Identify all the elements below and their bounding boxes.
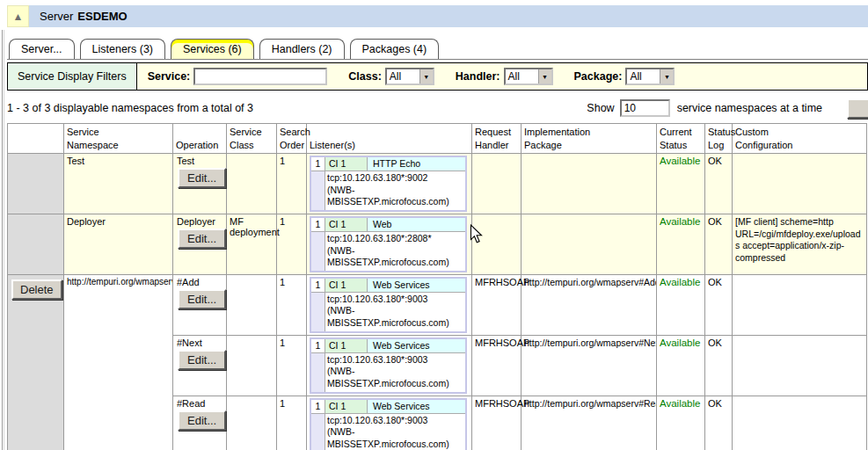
tab-bar: Server... Listeners (3) Services (6) Han…	[7, 35, 868, 60]
service-filter-input[interactable]	[193, 68, 327, 85]
paging-button[interactable]	[847, 98, 868, 119]
implementation-package-cell: http://tempuri.org/wmapserv#Add	[522, 274, 657, 335]
listener-endpoint-address: tcp:10.120.63.180*:9003	[327, 354, 463, 367]
listener-conversation: CI 1	[325, 339, 368, 353]
listeners-cell: 1 CI 1 Web Services tcp:10.120.63.180*:9…	[307, 396, 472, 450]
edit-button[interactable]: Edit...	[178, 410, 226, 431]
handler-filter-label: Handler:	[456, 70, 500, 83]
class-filter-value: All	[387, 69, 419, 83]
service-namespace-cell: Test	[64, 154, 173, 214]
package-filter-select[interactable]: All ▼	[625, 68, 675, 85]
handler-filter-select[interactable]: All ▼	[504, 68, 553, 85]
service-class-cell	[227, 335, 277, 396]
pagination-line: 1 - 3 of 3 displayable namespaces from a…	[7, 98, 868, 119]
service-class-cell	[227, 154, 277, 214]
operation-cell: Test Edit...	[173, 154, 227, 214]
server-title-bar: Server ESDEMO	[29, 5, 868, 27]
edit-button[interactable]: Edit...	[178, 168, 226, 188]
table-row: Deployer Deployer Edit... MF deployment …	[8, 214, 867, 274]
search-order-cell: 1	[277, 154, 307, 214]
listener-endpoint-host: (NWB-MBISSETXP.microfocus.com)	[327, 366, 463, 389]
service-filter-label: Service:	[148, 70, 191, 83]
current-status-cell: Available	[657, 396, 705, 450]
listener-strip	[311, 414, 325, 450]
listener-index: 1	[311, 279, 325, 293]
listener-index: 1	[311, 400, 325, 414]
operation-name: Test	[177, 156, 223, 166]
service-display-filters-bar: Service Display Filters Service: Class: …	[7, 62, 868, 91]
show-count-input[interactable]	[620, 99, 670, 117]
listener-endpoint-host: (NWB-MBISSETXP.microfocus.com)	[327, 305, 463, 329]
tab-handlers[interactable]: Handlers (2)	[259, 39, 345, 60]
request-handler-cell	[472, 214, 522, 274]
listener-index: 1	[311, 218, 325, 232]
col-custom-configuration: Custom Configuration	[733, 124, 867, 154]
server-title-prefix: Server	[40, 10, 73, 23]
status-log-cell: OK	[705, 214, 733, 274]
col-status-log: Status Log	[705, 124, 733, 154]
collapse-button[interactable]: ▲	[7, 5, 29, 27]
custom-configuration-cell: [MF client] scheme=http URL=/cgi/mfdeplo…	[733, 214, 867, 274]
listener-endpoint: tcp:10.120.63.180*:9003 (NWB-MBISSETXP.m…	[325, 293, 465, 331]
listeners-cell: 1 CI 1 Web Services tcp:10.120.63.180*:9…	[307, 335, 472, 396]
status-log-cell: OK	[705, 154, 733, 214]
chevron-down-icon: ▼	[538, 69, 551, 83]
col-current-status: Current Status	[657, 124, 705, 154]
implementation-package-cell	[522, 214, 657, 274]
listener-name: Web Services	[368, 400, 465, 414]
listener-conversation: CI 1	[325, 279, 368, 293]
server-header-bar: ▲ Server ESDEMO	[7, 5, 868, 27]
operation-cell: #Next Edit...	[173, 335, 227, 396]
col-operation: Operation	[173, 124, 227, 154]
listener-endpoint-host: (NWB-MBISSETXP.microfocus.com)	[327, 245, 463, 269]
table-row: Delete http://tempuri.org/wmapserv #Add …	[8, 274, 867, 335]
class-filter-select[interactable]: All ▼	[385, 68, 434, 85]
search-order-cell: 1	[277, 214, 307, 274]
table-header-row: Service Namespace Operation Service Clas…	[8, 124, 867, 154]
service-class-cell	[227, 274, 277, 335]
operation-name: Deployer	[177, 216, 223, 227]
delete-button[interactable]: Delete	[11, 279, 62, 300]
filter-fields: Service: Class: All ▼ Handler: All ▼ Pac…	[137, 63, 675, 90]
col-listeners: Listener(s)	[307, 124, 472, 154]
tab-services[interactable]: Services (6)	[171, 39, 254, 60]
service-class-cell	[227, 396, 277, 450]
listener-conversation: CI 1	[325, 157, 368, 171]
tab-listeners[interactable]: Listeners (3)	[80, 39, 165, 60]
col-service-namespace: Service Namespace	[64, 124, 173, 154]
edit-button[interactable]: Edit...	[178, 229, 226, 249]
table-row: Test Test Edit... 1 1 CI 1 HTTP Echo tcp…	[8, 154, 867, 214]
listener-strip	[311, 353, 325, 392]
listener-box: 1 CI 1 HTTP Echo tcp:10.120.63.180*:9002…	[310, 156, 467, 212]
edit-button[interactable]: Edit...	[178, 289, 226, 309]
listener-endpoint-address: tcp:10.120.63.180*:2808*	[327, 233, 463, 245]
request-handler-cell	[472, 154, 522, 214]
listener-endpoint-address: tcp:10.120.63.180*:9003	[327, 294, 463, 306]
search-order-cell: 1	[277, 335, 307, 396]
col-actions	[8, 124, 64, 154]
listener-endpoint: tcp:10.120.63.180*:9002 (NWB-MBISSETXP.m…	[325, 171, 465, 210]
listener-strip	[311, 232, 325, 271]
current-status-cell: Available	[657, 335, 705, 396]
triangle-up-icon: ▲	[13, 11, 24, 23]
edit-button[interactable]: Edit...	[178, 350, 226, 370]
tab-packages[interactable]: Packages (4)	[350, 39, 440, 60]
request-handler-cell: MFRHSOAP	[472, 396, 522, 450]
listeners-cell: 1 CI 1 Web tcp:10.120.63.180*:2808* (NWB…	[307, 214, 472, 274]
window-frame-edge	[2, 30, 4, 450]
listener-name: HTTP Echo	[368, 157, 465, 171]
operation-cell: Deployer Edit...	[173, 214, 227, 274]
implementation-package-cell: http://tempuri.org/wmapserv#Next	[522, 335, 657, 396]
tab-server[interactable]: Server...	[9, 39, 75, 60]
listener-strip	[311, 171, 325, 210]
listener-box: 1 CI 1 Web Services tcp:10.120.63.180*:9…	[310, 398, 467, 450]
chevron-down-icon: ▼	[660, 69, 673, 83]
status-log-cell: OK	[705, 274, 733, 335]
operation-name: #Next	[177, 338, 223, 348]
row-actions-cell: Delete	[8, 274, 64, 450]
package-filter-value: All	[627, 69, 660, 83]
listener-endpoint: tcp:10.120.63.180*:9003 (NWB-MBISSETXP.m…	[325, 414, 465, 450]
col-implementation-package: Implementation Package	[522, 124, 657, 154]
server-name: ESDEMO	[77, 10, 127, 23]
col-request-handler: Request Handler	[472, 124, 522, 154]
